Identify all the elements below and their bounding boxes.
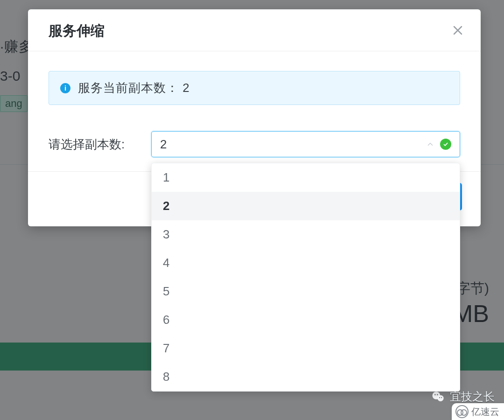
info-banner: i 服务当前副本数： 2 — [49, 71, 460, 105]
modal-title: 服务伸缩 — [49, 21, 105, 41]
dropdown-option[interactable]: 7 — [152, 334, 460, 363]
dropdown-option[interactable]: 1 — [152, 163, 460, 192]
dropdown-option[interactable]: 4 — [152, 249, 460, 277]
dropdown-option[interactable]: 5 — [152, 277, 460, 306]
close-button[interactable] — [451, 24, 465, 38]
svg-point-1 — [437, 395, 443, 401]
dropdown-option[interactable]: 2 — [152, 192, 460, 220]
dropdown-option[interactable]: 3 — [152, 220, 460, 249]
svg-point-4 — [439, 397, 440, 398]
info-banner-text: 服务当前副本数： 2 — [78, 80, 190, 96]
replica-select-label: 请选择副本数: — [49, 136, 151, 153]
replica-select-dropdown: 12345678 — [151, 163, 460, 392]
replica-select-row: 请选择副本数: 2 12345678 — [49, 131, 460, 157]
replica-select-wrap: 2 12345678 — [151, 131, 460, 157]
svg-point-3 — [437, 394, 438, 396]
dropdown-option[interactable]: 8 — [152, 363, 460, 391]
dropdown-option[interactable]: 6 — [152, 306, 460, 334]
svg-point-5 — [441, 397, 442, 398]
brand-name: 亿速云 — [471, 406, 499, 418]
corner-brand: 亿速云 — [452, 403, 504, 420]
chevron-up-icon — [426, 140, 434, 148]
wechat-icon — [431, 390, 445, 404]
svg-point-2 — [434, 394, 436, 396]
modal-header: 服务伸缩 — [28, 9, 481, 51]
replica-select-value: 2 — [160, 137, 167, 152]
info-icon: i — [60, 83, 70, 93]
replica-select[interactable]: 2 — [151, 131, 460, 157]
modal-body: i 服务当前副本数： 2 请选择副本数: 2 — [28, 51, 481, 171]
valid-icon — [440, 139, 451, 150]
brand-icon — [455, 405, 469, 418]
select-indicators — [426, 139, 451, 150]
service-scale-modal: 服务伸缩 i 服务当前副本数： 2 请选择副本数: 2 — [28, 9, 481, 226]
close-icon — [452, 25, 463, 38]
